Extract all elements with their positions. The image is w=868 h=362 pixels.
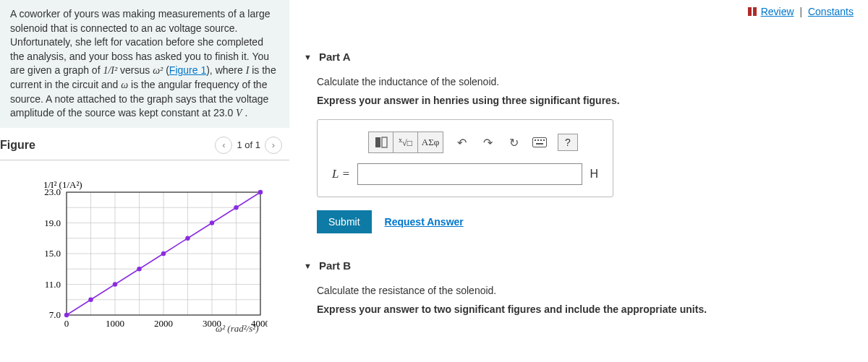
figure-counter: 1 of 1 — [237, 139, 260, 150]
redo-button[interactable]: ↷ — [480, 134, 495, 150]
svg-rect-39 — [748, 7, 752, 16]
undo-button[interactable]: ↶ — [454, 134, 469, 150]
svg-text:1/I² (1/A²): 1/I² (1/A²) — [43, 179, 82, 190]
part-b-prompt: Calculate the resistance of the solenoid… — [317, 285, 854, 296]
part-a-prompt: Calculate the inductance of the solenoid… — [317, 76, 854, 87]
unit-label: H — [590, 168, 598, 181]
figure-prev-button[interactable]: ‹ — [215, 137, 232, 154]
chart: 010002000300040007.011.015.019.023.01/I²… — [22, 178, 268, 335]
part-a-header[interactable]: ▼ Part A — [304, 51, 854, 63]
svg-rect-40 — [753, 7, 757, 16]
svg-rect-44 — [535, 139, 536, 141]
constants-link[interactable]: Constants — [808, 6, 854, 17]
svg-point-21 — [113, 282, 117, 286]
part-a-instruction: Express your answer in henries using thr… — [317, 95, 854, 106]
variable-label: L = — [332, 167, 350, 181]
flag-icon — [748, 7, 758, 18]
svg-text:0: 0 — [64, 318, 69, 329]
figure-link[interactable]: Figure 1 — [169, 64, 206, 76]
svg-text:15.0: 15.0 — [44, 248, 61, 259]
svg-rect-46 — [540, 139, 542, 141]
caret-down-icon: ▼ — [304, 53, 312, 61]
review-link[interactable]: Review — [761, 6, 794, 17]
answer-box: x√□ ΑΣφ ↶ ↷ ↻ ? L = — [317, 119, 613, 197]
svg-rect-41 — [375, 137, 380, 147]
format-toolbar: x√□ ΑΣφ — [368, 132, 443, 153]
part-b-header[interactable]: ▼ Part B — [304, 259, 854, 272]
svg-text:2000: 2000 — [154, 318, 173, 329]
svg-rect-47 — [543, 139, 545, 141]
svg-text:7.0: 7.0 — [49, 309, 61, 320]
svg-rect-42 — [382, 137, 387, 147]
answer-input[interactable] — [357, 163, 583, 185]
x-axis-label: ω² (rad²/s²) — [216, 323, 289, 335]
svg-point-20 — [88, 297, 93, 301]
caret-down-icon: ▼ — [304, 262, 312, 270]
problem-statement: A coworker of yours was making measureme… — [0, 0, 289, 128]
figure-next-button[interactable]: › — [265, 137, 282, 154]
reset-button[interactable]: ↻ — [506, 134, 522, 150]
svg-point-27 — [258, 190, 263, 194]
part-b-instruction: Express your answer to two significant f… — [317, 303, 854, 315]
svg-text:1000: 1000 — [106, 318, 124, 329]
top-links: Review | Constants — [748, 6, 854, 18]
greek-button[interactable]: ΑΣφ — [418, 132, 443, 152]
svg-point-23 — [161, 251, 166, 256]
request-answer-link[interactable]: Request Answer — [385, 216, 464, 228]
help-button[interactable]: ? — [558, 134, 578, 151]
svg-point-19 — [64, 313, 69, 317]
svg-rect-48 — [536, 143, 543, 145]
svg-point-22 — [137, 267, 141, 271]
svg-text:19.0: 19.0 — [44, 217, 61, 228]
svg-point-24 — [185, 236, 190, 240]
svg-point-26 — [234, 205, 238, 210]
svg-rect-43 — [533, 138, 547, 147]
math-symbols-button[interactable]: x√□ — [393, 132, 418, 152]
submit-button[interactable]: Submit — [317, 210, 372, 233]
svg-text:11.0: 11.0 — [45, 278, 61, 289]
keyboard-button[interactable] — [532, 134, 548, 150]
templates-button[interactable] — [369, 132, 393, 152]
svg-rect-45 — [537, 139, 539, 141]
svg-point-25 — [210, 220, 214, 225]
figure-title: Figure — [0, 139, 35, 152]
